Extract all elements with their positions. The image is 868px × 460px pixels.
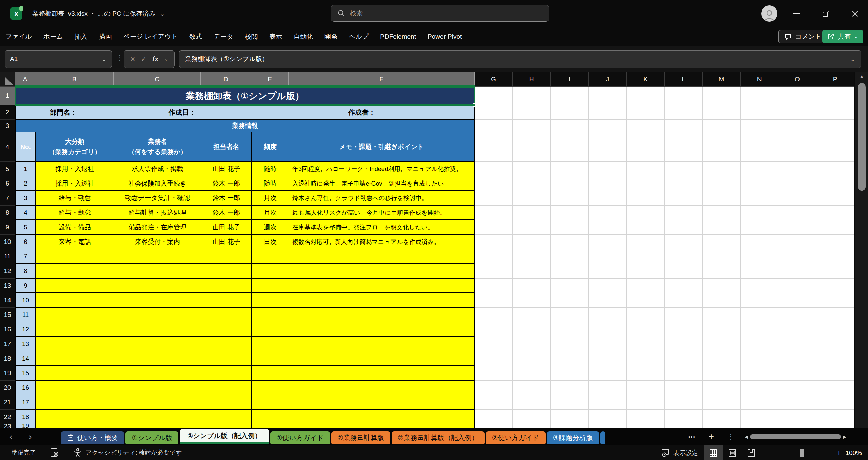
empty-cell[interactable] xyxy=(252,249,289,263)
empty-cell[interactable] xyxy=(475,395,513,410)
cell-memo[interactable]: 複数名対応可。新人向け簡易マニュアルを作成済み。 xyxy=(289,235,474,249)
empty-cell[interactable] xyxy=(475,120,513,132)
empty-cell[interactable] xyxy=(589,132,627,162)
empty-cell[interactable] xyxy=(513,132,551,162)
fx-caret-icon[interactable]: ⌄ xyxy=(164,56,169,62)
comments-button[interactable]: コメント xyxy=(778,30,827,43)
empty-cell[interactable] xyxy=(816,264,854,279)
cell-task[interactable]: 給与計算・振込処理 xyxy=(114,206,201,219)
empty-cell[interactable] xyxy=(627,132,665,162)
empty-cell[interactable] xyxy=(665,366,703,381)
empty-cell[interactable] xyxy=(703,381,741,395)
empty-cell[interactable] xyxy=(703,337,741,351)
empty-cell[interactable] xyxy=(551,249,589,264)
cancel-icon[interactable]: ✕ xyxy=(130,55,135,63)
cell-no[interactable]: 15 xyxy=(16,366,36,380)
empty-cell[interactable] xyxy=(36,366,114,380)
sheet-tab-4[interactable]: ②業務量計算版 xyxy=(331,431,390,444)
empty-cell[interactable] xyxy=(289,322,474,336)
empty-cell[interactable] xyxy=(475,351,513,366)
cell-no[interactable]: 9 xyxy=(16,279,36,292)
empty-cell[interactable] xyxy=(589,351,627,366)
cell-category[interactable]: 給与・勤怠 xyxy=(36,206,114,219)
cell-task[interactable]: 勤怠データ集計・確認 xyxy=(114,191,201,205)
empty-cell[interactable] xyxy=(703,162,741,176)
empty-cell[interactable] xyxy=(551,162,589,176)
column-header-F[interactable]: F xyxy=(289,72,475,87)
cell-category[interactable]: 給与・勤怠 xyxy=(36,191,114,205)
empty-cell[interactable] xyxy=(627,381,665,395)
row-header-10[interactable]: 10 xyxy=(0,235,15,249)
empty-cell[interactable] xyxy=(778,191,816,206)
empty-cell[interactable] xyxy=(475,410,513,424)
empty-cell[interactable] xyxy=(114,410,201,424)
empty-cell[interactable] xyxy=(475,308,513,322)
display-settings-button[interactable]: 表示設定 xyxy=(655,445,704,460)
empty-cell[interactable] xyxy=(816,132,854,162)
excel-app-icon[interactable]: x xyxy=(10,7,22,20)
row-header-11[interactable]: 11 xyxy=(0,249,15,264)
sheet-tab-partial[interactable] xyxy=(600,431,605,444)
empty-cell[interactable] xyxy=(665,351,703,366)
empty-cell[interactable] xyxy=(289,351,474,365)
empty-cell[interactable] xyxy=(741,337,778,351)
row-header-19[interactable]: 19 xyxy=(0,366,15,381)
empty-cell[interactable] xyxy=(816,235,854,249)
cell-person[interactable]: 山田 花子 xyxy=(201,220,252,234)
empty-cell[interactable] xyxy=(741,366,778,381)
empty-cell[interactable] xyxy=(741,308,778,322)
sheet-nav-left-icon[interactable]: ‹ xyxy=(9,432,13,442)
empty-cell[interactable] xyxy=(778,105,816,120)
empty-cell[interactable] xyxy=(475,381,513,395)
empty-cell[interactable] xyxy=(778,132,816,162)
row-header-21[interactable]: 21 xyxy=(0,395,15,410)
empty-cell[interactable] xyxy=(627,366,665,381)
tab-overflow-menu-icon[interactable]: ⋮ xyxy=(727,432,734,441)
empty-cell[interactable] xyxy=(551,132,589,162)
empty-cell[interactable] xyxy=(513,120,551,132)
ribbon-tab-2[interactable]: 挿入 xyxy=(75,32,87,41)
row-header-2[interactable]: 2 xyxy=(0,105,15,120)
empty-cell[interactable] xyxy=(816,120,854,132)
row-header-6[interactable]: 6 xyxy=(0,176,15,191)
empty-cell[interactable] xyxy=(589,162,627,176)
empty-cell[interactable] xyxy=(201,308,252,322)
empty-cell[interactable] xyxy=(36,322,114,336)
empty-cell[interactable] xyxy=(778,249,816,264)
cell-category[interactable]: 来客・電話 xyxy=(36,235,114,249)
empty-cell[interactable] xyxy=(201,322,252,336)
empty-cell[interactable] xyxy=(36,424,114,428)
empty-cell[interactable] xyxy=(589,279,627,293)
empty-cell[interactable] xyxy=(703,105,741,120)
cell-no[interactable]: 7 xyxy=(16,249,36,263)
empty-cell[interactable] xyxy=(703,249,741,264)
empty-cell[interactable] xyxy=(36,249,114,263)
ribbon-tab-1[interactable]: ホーム xyxy=(43,32,63,41)
empty-cell[interactable] xyxy=(665,308,703,322)
empty-cell[interactable] xyxy=(589,337,627,351)
empty-cell[interactable] xyxy=(589,293,627,308)
empty-cell[interactable] xyxy=(627,322,665,337)
empty-cell[interactable] xyxy=(665,249,703,264)
empty-cell[interactable] xyxy=(513,351,551,366)
horizontal-scrollbar[interactable]: ◀ ▶ xyxy=(745,432,856,441)
empty-cell[interactable] xyxy=(741,87,778,105)
empty-cell[interactable] xyxy=(551,322,589,337)
cell-person[interactable]: 山田 花子 xyxy=(201,162,252,176)
empty-cell[interactable] xyxy=(665,87,703,105)
row-header-13[interactable]: 13 xyxy=(0,279,15,293)
empty-cell[interactable] xyxy=(778,87,816,105)
empty-cell[interactable] xyxy=(114,279,201,292)
empty-cell[interactable] xyxy=(627,162,665,176)
empty-cell[interactable] xyxy=(513,105,551,120)
header-cell-person[interactable]: 担当者名 xyxy=(201,132,252,161)
ribbon-tab-12[interactable]: PDFelement xyxy=(380,33,416,40)
cell-no[interactable]: 3 xyxy=(16,191,36,205)
empty-cell[interactable] xyxy=(627,176,665,191)
empty-cell[interactable] xyxy=(289,337,474,351)
empty-cell[interactable] xyxy=(475,249,513,264)
empty-cell[interactable] xyxy=(778,424,816,428)
empty-cell[interactable] xyxy=(252,424,289,428)
empty-cell[interactable] xyxy=(816,424,854,428)
empty-cell[interactable] xyxy=(665,120,703,132)
